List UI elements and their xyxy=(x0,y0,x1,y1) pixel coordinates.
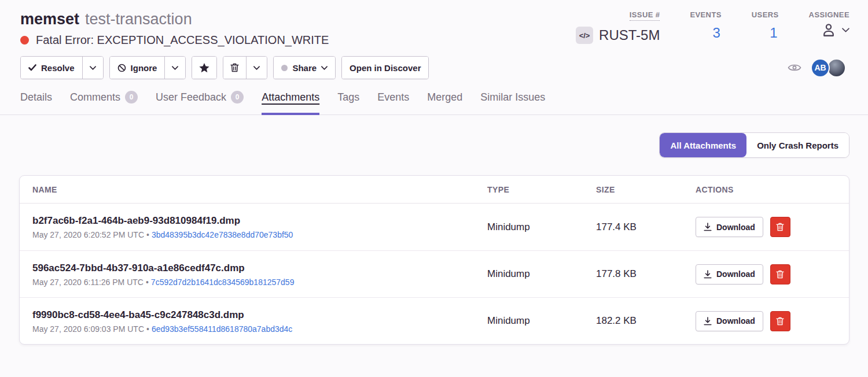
attachment-filename: 596ac524-7bbd-4b37-910a-a1e86cedf47c.dmp xyxy=(32,262,487,275)
error-message: Fatal Error: EXCEPTION_ACCESS_VIOLATION_… xyxy=(36,34,329,47)
star-button[interactable] xyxy=(192,57,216,79)
tab-comments[interactable]: Comments 0 xyxy=(70,87,138,114)
attachment-name-cell: 596ac524-7bbd-4b37-910a-a1e86cedf47c.dmp… xyxy=(32,262,487,287)
stat-users: USERS 1 xyxy=(752,10,779,44)
circle-slash-icon xyxy=(117,64,126,72)
attachment-event-link[interactable]: 6ed93b3ef558411d8618780a7abd3d4c xyxy=(152,324,292,334)
bookmark-button-group xyxy=(192,56,217,79)
chevron-down-icon xyxy=(172,66,178,70)
trash-icon xyxy=(776,317,784,326)
tab-events[interactable]: Events xyxy=(377,87,409,114)
attachment-size: 182.2 KB xyxy=(596,315,696,327)
star-icon xyxy=(199,63,209,73)
issue-tab-bar: Details Comments 0 User Feedback 0 Attac… xyxy=(0,79,868,115)
assignee-label: ASSIGNEE xyxy=(809,10,849,19)
share-label: Share xyxy=(292,63,317,73)
chevron-down-icon xyxy=(842,28,849,32)
ignore-button-group: Ignore xyxy=(109,56,186,79)
trash-icon xyxy=(776,223,784,231)
download-icon xyxy=(704,223,712,231)
tab-similar-issues[interactable]: Similar Issues xyxy=(480,87,545,114)
delete-attachment-button[interactable] xyxy=(770,264,790,284)
issue-number-label: ISSUE # xyxy=(630,10,660,21)
chevron-down-icon xyxy=(253,66,260,70)
tab-user-feedback[interactable]: User Feedback 0 xyxy=(156,87,244,114)
resolve-label: Resolve xyxy=(41,63,75,73)
attachment-type: Minidump xyxy=(487,221,596,233)
table-row: b2f7ac6b-f2a1-464b-aeb9-93d810984f19.dmp… xyxy=(20,204,849,250)
tab-merged[interactable]: Merged xyxy=(427,87,462,114)
tab-attachments[interactable]: Attachments xyxy=(262,87,319,114)
attachment-name-cell: f9990bc8-cd58-4ee4-ba45-c9c247848c3d.dmp… xyxy=(32,309,487,334)
attachment-size: 177.4 KB xyxy=(596,221,696,233)
avatar-initials[interactable]: AB xyxy=(811,58,830,77)
trash-icon xyxy=(776,270,784,279)
issue-title-primary: memset xyxy=(20,10,79,28)
ignore-label: Ignore xyxy=(131,63,157,73)
attachments-table: NAME TYPE SIZE ACTIONS b2f7ac6b-f2a1-464… xyxy=(19,175,849,345)
open-in-discover-button[interactable]: Open in Discover xyxy=(342,57,428,79)
delete-attachment-button[interactable] xyxy=(770,217,790,237)
tab-details[interactable]: Details xyxy=(20,87,52,114)
table-header-row: NAME TYPE SIZE ACTIONS xyxy=(20,176,849,204)
resolve-dropdown-button[interactable] xyxy=(82,57,103,79)
chevron-down-icon xyxy=(321,66,328,70)
download-icon xyxy=(704,317,712,326)
table-row: 596ac524-7bbd-4b37-910a-a1e86cedf47c.dmp… xyxy=(20,250,849,297)
column-header-type: TYPE xyxy=(487,185,596,194)
ignore-button[interactable]: Ignore xyxy=(110,57,165,79)
chevron-down-icon xyxy=(90,66,96,70)
issue-title: memsettest-transaction xyxy=(20,9,329,29)
events-label: EVENTS xyxy=(690,10,721,19)
issue-stats: ISSUE # </> RUST-5M EVENTS 3 USERS 1 ASS… xyxy=(576,9,849,44)
person-icon xyxy=(821,23,836,38)
ignore-dropdown-button[interactable] xyxy=(164,57,185,79)
download-button[interactable]: Download xyxy=(696,311,763,331)
share-button-group: Share xyxy=(273,56,336,79)
delete-button-group xyxy=(223,56,267,79)
attachment-type: Minidump xyxy=(487,315,596,327)
download-button[interactable]: Download xyxy=(696,264,763,284)
delete-attachment-button[interactable] xyxy=(770,311,790,331)
attachment-date: May 27, 2020 6:09:03 PM UTC xyxy=(32,324,144,334)
assignee-dropdown[interactable] xyxy=(821,23,849,38)
download-icon xyxy=(704,270,712,279)
issue-number-value: RUST-5M xyxy=(599,27,660,43)
attachment-type: Minidump xyxy=(487,268,596,280)
check-icon xyxy=(28,64,36,71)
issue-title-secondary: test-transaction xyxy=(85,10,192,28)
tab-tags[interactable]: Tags xyxy=(337,87,359,114)
stat-events: EVENTS 3 xyxy=(690,10,721,44)
events-count[interactable]: 3 xyxy=(712,25,721,41)
eye-icon[interactable] xyxy=(788,62,801,73)
resolve-button[interactable]: Resolve xyxy=(21,57,82,79)
filter-all-attachments-button[interactable]: All Attachments xyxy=(660,133,746,157)
column-header-size: SIZE xyxy=(596,185,696,194)
download-button[interactable]: Download xyxy=(696,217,763,237)
attachments-content: All Attachments Only Crash Reports NAME … xyxy=(0,115,868,345)
participant-avatars: AB xyxy=(811,58,846,77)
delete-dropdown-button[interactable] xyxy=(246,57,267,79)
attachment-filename: b2f7ac6b-f2a1-464b-aeb9-93d810984f19.dmp xyxy=(32,215,487,227)
attachment-filename: f9990bc8-cd58-4ee4-ba45-c9c247848c3d.dmp xyxy=(32,309,487,321)
code-icon: </> xyxy=(576,27,593,44)
issue-header: memsettest-transaction Fatal Error: EXCE… xyxy=(0,0,868,79)
attachment-name-cell: b2f7ac6b-f2a1-464b-aeb9-93d810984f19.dmp… xyxy=(32,215,487,239)
issue-title-block: memsettest-transaction Fatal Error: EXCE… xyxy=(20,9,329,47)
resolve-button-group: Resolve xyxy=(20,56,104,79)
discover-button-group: Open in Discover xyxy=(341,56,429,79)
error-level-dot xyxy=(20,36,29,45)
users-label: USERS xyxy=(752,10,779,19)
attachment-event-link[interactable]: 3bd48395b3dc42e7838e8dd70e73bf50 xyxy=(152,230,293,239)
share-button[interactable]: Share xyxy=(274,57,335,79)
stat-assignee: ASSIGNEE xyxy=(809,10,849,44)
attachment-date: May 27, 2020 6:20:52 PM UTC xyxy=(32,230,144,239)
attachments-filter-toggle: All Attachments Only Crash Reports xyxy=(659,132,849,158)
comments-count-badge: 0 xyxy=(125,91,138,104)
column-header-name: NAME xyxy=(32,185,487,194)
delete-button[interactable] xyxy=(223,57,246,79)
users-count[interactable]: 1 xyxy=(770,25,778,41)
filter-only-crash-reports-button[interactable]: Only Crash Reports xyxy=(746,133,849,157)
attachment-event-link[interactable]: 7c592d7d2b1641dc834569b181257d59 xyxy=(151,278,295,287)
attachment-size: 177.8 KB xyxy=(596,268,696,280)
